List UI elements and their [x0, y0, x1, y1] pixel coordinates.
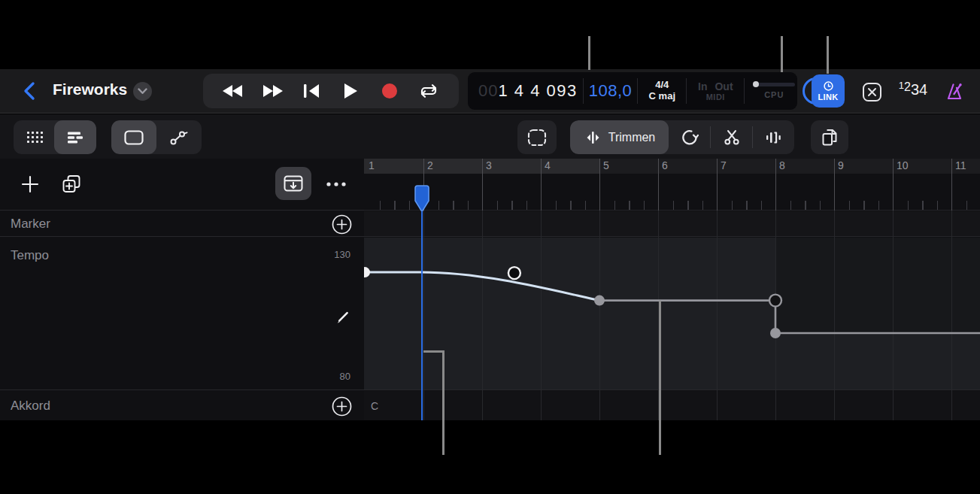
rewind-icon: [222, 84, 244, 98]
multiselect-button[interactable]: [517, 120, 557, 154]
lcd-divider: [744, 78, 745, 104]
grid-view-tab[interactable]: [14, 120, 54, 154]
split-tab[interactable]: [711, 120, 752, 154]
count-in-digit: 3: [911, 81, 919, 98]
loop-tab[interactable]: [669, 120, 710, 154]
count-in-digit: 1: [899, 80, 904, 91]
midi-in-label: In: [698, 80, 707, 92]
lcd-midi-block: In Out MIDI: [692, 80, 739, 102]
loop-icon: [681, 129, 699, 147]
midi-out-label: Out: [715, 80, 733, 92]
tempo-point-filled[interactable]: [770, 328, 781, 338]
trim-tab[interactable]: Trimmen: [570, 120, 669, 154]
tempo-point-filled[interactable]: [594, 295, 605, 306]
pencil-icon: [334, 308, 350, 324]
link-button[interactable]: LINK: [812, 74, 845, 108]
add-chord-button[interactable]: [331, 396, 352, 417]
duplicate-track-button[interactable]: [60, 172, 83, 195]
global-tracks-area: Marker Tempo 130 80: [0, 159, 980, 420]
join-tab[interactable]: [753, 120, 794, 154]
plus-icon: [20, 174, 41, 195]
rewind-button[interactable]: [220, 78, 246, 104]
tempo-point-ring[interactable]: [769, 295, 781, 307]
fast-forward-button[interactable]: [259, 78, 285, 104]
tempo-edit-button[interactable]: [334, 308, 350, 324]
paste-icon: [820, 127, 839, 148]
back-button[interactable]: [18, 78, 42, 104]
lcd-cpu-block: CPU: [750, 83, 798, 100]
lcd-tempo-display[interactable]: 108,0: [589, 81, 633, 101]
duplicate-plus-icon: [60, 172, 83, 195]
callout-line-tempo-line: [659, 301, 661, 455]
scissors-icon: [723, 129, 741, 147]
chevron-left-icon: [22, 81, 38, 101]
select-tool-tab[interactable]: [111, 120, 156, 154]
main-toolbar: Fireworks: [0, 69, 980, 114]
record-button[interactable]: [377, 78, 402, 104]
track-panel-header: [0, 159, 364, 211]
go-to-beginning-icon: [303, 84, 320, 98]
chord-symbol[interactable]: C: [371, 400, 378, 412]
lcd-position-display[interactable]: 1 4 4 093: [498, 81, 577, 101]
playhead-line[interactable]: [421, 186, 423, 420]
more-button[interactable]: [322, 175, 350, 193]
paste-button[interactable]: [811, 120, 848, 154]
count-in-button[interactable]: 1234: [894, 78, 933, 104]
lcd-display[interactable]: 00 1 4 4 093 108,0 4/4 C maj In Out MIDI…: [468, 72, 797, 110]
tempo-track-label: Tempo: [11, 248, 49, 263]
lcd-divider: [686, 78, 687, 104]
timeline-lanes[interactable]: 1234567891011 C: [364, 159, 980, 420]
tempo-curve-overlay: [364, 159, 980, 420]
fast-forward-icon: [261, 84, 284, 98]
join-icon: [764, 129, 784, 147]
tool-switcher: [111, 120, 202, 154]
chord-track-header[interactable]: Akkord: [0, 391, 364, 420]
trim-label: Trimmen: [608, 131, 656, 144]
x-square-icon: [862, 82, 882, 102]
count-in-digit: 2: [904, 80, 911, 94]
tempo-curve-inactive[interactable]: [599, 301, 980, 333]
trim-icon: [584, 129, 602, 147]
tempo-scale-min: 80: [340, 371, 350, 382]
count-in-off-button[interactable]: [860, 80, 884, 104]
cycle-button[interactable]: [416, 78, 441, 104]
project-title[interactable]: Fireworks: [53, 80, 127, 98]
view-switcher: [14, 120, 96, 154]
marker-track-label: Marker: [11, 217, 50, 232]
metronome-button[interactable]: [943, 80, 967, 104]
lcd-signature-block[interactable]: 4/4 C maj: [643, 80, 681, 102]
callout-line-link-button: [827, 36, 829, 74]
count-in-digit: 4: [919, 81, 927, 98]
track-header-panel: Marker Tempo 130 80: [0, 159, 364, 420]
playhead-handle[interactable]: [415, 186, 429, 211]
lcd-leading-zeros: 00: [478, 81, 498, 101]
window-down-arrow-icon: [283, 174, 304, 192]
add-track-button[interactable]: [20, 174, 41, 195]
marker-track-header[interactable]: Marker: [0, 211, 364, 237]
key-signature: C maj: [649, 91, 675, 102]
marquee-select-icon: [526, 128, 548, 147]
edit-toolbar: Trimmen: [0, 114, 980, 159]
title-menu-button[interactable]: [133, 82, 152, 101]
callout-line-playhead-horizontal: [423, 350, 444, 353]
grid-view-icon: [25, 129, 43, 147]
tempo-track-header[interactable]: Tempo 130 80: [0, 238, 364, 390]
circle-plus-icon: [332, 396, 352, 417]
tempo-curve-active[interactable]: [365, 272, 599, 300]
metronome-icon: [945, 81, 966, 102]
select-tool-icon: [123, 129, 144, 146]
add-marker-button[interactable]: [331, 214, 352, 235]
logic-pro-window: Fireworks: [0, 0, 980, 494]
record-icon: [381, 83, 398, 99]
tracks-view-tab[interactable]: [54, 120, 96, 154]
go-to-beginning-button[interactable]: [299, 78, 324, 104]
cpu-meter-dot: [753, 81, 759, 87]
play-icon: [343, 83, 358, 99]
tempo-scale-max: 130: [334, 249, 350, 260]
transport-controls: [203, 74, 459, 108]
tempo-point-edge-start[interactable]: [364, 267, 370, 277]
global-tracks-toggle-button[interactable]: [275, 167, 311, 200]
automation-tool-tab[interactable]: [156, 120, 202, 154]
play-button[interactable]: [338, 78, 363, 104]
tempo-point-curve-handle[interactable]: [508, 267, 520, 279]
